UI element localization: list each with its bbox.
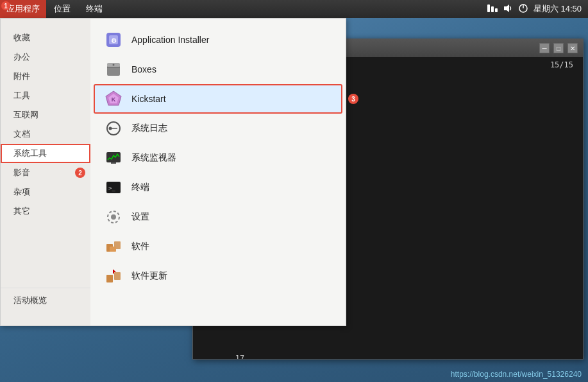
category-office[interactable]: 办公 — [1, 48, 90, 67]
terminal-menu-button[interactable]: 终端 — [78, 0, 110, 18]
terminal-label: 终端 — [131, 182, 149, 193]
app-menu-dropdown: 收藏 办公 附件 工具 互联网 文档 系统工具 影音 2 杂项 其它 — [0, 18, 346, 326]
location-menu-button[interactable]: 位置 — [46, 0, 78, 18]
svg-rect-29 — [106, 275, 113, 282]
power-icon[interactable] — [518, 3, 528, 15]
category-system[interactable]: 系统工具 — [1, 144, 90, 163]
network-icon — [487, 3, 498, 15]
maximize-button[interactable]: □ — [553, 43, 564, 53]
software-update-icon — [103, 266, 124, 286]
category-media[interactable]: 影音 2 — [1, 163, 90, 182]
software-icon — [103, 236, 124, 257]
settings-icon — [103, 207, 124, 227]
menu-categories: 收藏 办公 附件 工具 互联网 文档 系统工具 影音 2 杂项 其它 — [1, 19, 90, 326]
taskbar-left: 1 应用程序 位置 终端 — [0, 0, 110, 18]
installer-icon: ⚙ — [103, 30, 124, 50]
app-menu-label: 应用程序 — [6, 3, 40, 15]
app-menu-badge: 1 — [1, 1, 10, 10]
category-other[interactable]: 其它 — [1, 202, 90, 221]
svg-text:K: K — [112, 96, 116, 103]
svg-rect-30 — [114, 272, 121, 280]
svg-rect-1 — [491, 6, 494, 12]
svg-rect-9 — [107, 65, 120, 76]
volume-icon — [503, 3, 513, 15]
category-accessories[interactable]: 附件 — [1, 67, 90, 86]
category-internet[interactable]: 互联网 — [1, 105, 90, 125]
media-badge: 2 — [75, 168, 85, 178]
menu-item-app-installer[interactable]: ⚙ Application Installer — [94, 25, 342, 55]
menu-item-kickstart[interactable]: K Kickstart 3 — [94, 84, 342, 114]
svg-marker-3 — [504, 4, 509, 12]
menu-item-sysmonitor[interactable]: 系统监视器 — [94, 143, 342, 173]
category-misc[interactable]: 杂项 — [1, 182, 90, 202]
menu-item-software-update[interactable]: 软件更新 — [94, 261, 342, 291]
page-indicator: 15/15 — [550, 60, 573, 69]
taskbar: 1 应用程序 位置 终端 — [0, 0, 588, 18]
svg-point-24 — [111, 214, 116, 220]
kickstart-icon: K — [103, 89, 124, 109]
menu-items: ⚙ Application Installer Boxes — [90, 19, 346, 326]
settings-label: 设置 — [131, 211, 149, 223]
datetime: 星期六 14:50 — [533, 3, 582, 15]
menu-item-settings[interactable]: 设置 — [94, 202, 342, 232]
svg-text:>_: >_ — [108, 185, 115, 191]
svg-rect-21 — [111, 162, 116, 164]
boxes-label: Boxes — [131, 64, 156, 74]
kickstart-badge: 3 — [348, 94, 358, 104]
menu-item-terminal[interactable]: >_ 终端 — [94, 173, 342, 202]
menu-item-syslog[interactable]: 系统日志 — [94, 114, 342, 143]
sysmonitor-label: 系统监视器 — [131, 152, 176, 164]
svg-rect-0 — [487, 4, 490, 12]
svg-rect-28 — [110, 247, 116, 252]
kickstart-label: Kickstart — [131, 94, 166, 104]
menu-item-software[interactable]: 软件 — [94, 232, 342, 261]
software-update-label: 软件更新 — [131, 270, 167, 282]
app-menu-button[interactable]: 1 应用程序 — [0, 0, 46, 18]
boxes-icon — [103, 59, 124, 80]
activity-overview[interactable]: 活动概览 — [1, 288, 90, 316]
terminal-line-2: 17 — [198, 341, 578, 359]
svg-rect-20 — [106, 152, 121, 162]
category-favorites[interactable]: 收藏 — [1, 28, 90, 48]
terminal-icon: >_ — [103, 177, 124, 198]
close-button[interactable]: ✕ — [567, 43, 578, 53]
syslog-icon — [103, 118, 124, 139]
app-installer-label: Application Installer — [131, 35, 209, 45]
software-label: 软件 — [131, 241, 149, 252]
svg-text:⚙: ⚙ — [111, 37, 117, 44]
category-docs[interactable]: 文档 — [1, 125, 90, 144]
svg-rect-2 — [495, 8, 498, 12]
syslog-label: 系统日志 — [131, 123, 167, 134]
minimize-button[interactable]: ─ — [539, 43, 550, 53]
taskbar-right: 星期六 14:50 — [487, 3, 588, 15]
csdn-link: https://blog.csdn.net/weixin_51326240 — [451, 370, 582, 379]
menu-item-boxes[interactable]: Boxes — [94, 55, 342, 84]
category-tools[interactable]: 工具 — [1, 86, 90, 105]
svg-point-12 — [113, 64, 115, 66]
sysmonitor-icon — [103, 148, 124, 168]
